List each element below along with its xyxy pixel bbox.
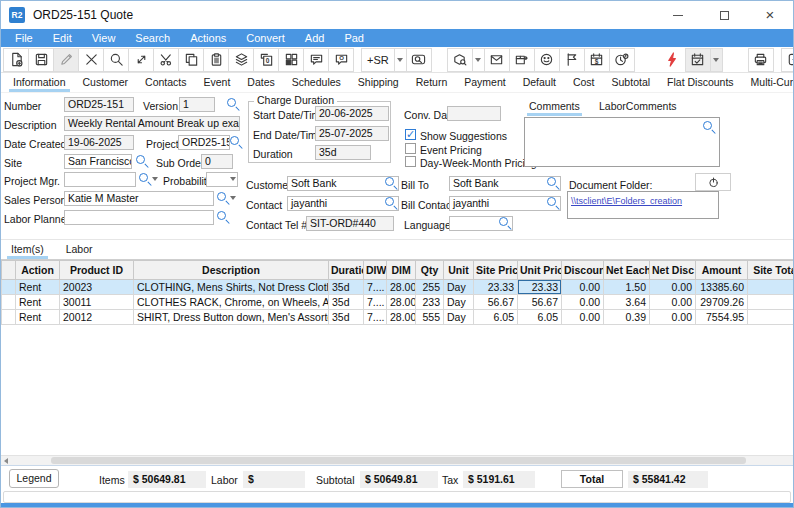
minimize-button[interactable] — [655, 1, 701, 29]
cell-description[interactable]: CLOTHING, Mens Shirts, Not Dress Clothes — [134, 280, 329, 295]
print-button[interactable] — [748, 48, 774, 72]
row-selector-cell[interactable] — [2, 280, 16, 295]
comments-search-icon[interactable] — [703, 121, 712, 130]
probability-dropdown-icon[interactable] — [230, 177, 236, 181]
add-sr-button[interactable]: +SR — [361, 48, 395, 72]
scroll-left-arrow-icon[interactable] — [4, 458, 8, 464]
cell-site-price[interactable]: 6.05 — [474, 310, 518, 325]
tab-comments[interactable]: Comments — [529, 100, 580, 112]
schedule-dropdown[interactable] — [710, 48, 723, 72]
sales-person-search-icon[interactable] — [217, 192, 226, 201]
contact-tel-field[interactable]: SIT-ORD#440 — [306, 216, 394, 231]
layout-button[interactable] — [278, 48, 304, 72]
sales-person-dropdown-icon[interactable] — [230, 196, 236, 200]
col-amount[interactable]: Amount — [696, 261, 748, 280]
new-button[interactable] — [3, 48, 29, 72]
version-field[interactable]: 1 — [179, 97, 215, 112]
cell-net-disc[interactable]: 0.00 — [650, 280, 696, 295]
cell-net-each[interactable]: 0.39 — [604, 310, 650, 325]
cell-dim[interactable]: 28.00 — [387, 295, 416, 310]
project-mgr-dropdown-icon[interactable] — [152, 177, 158, 181]
cell-unit-price[interactable]: 56.67 — [518, 295, 562, 310]
tab-payment[interactable]: Payment — [464, 73, 505, 92]
cell-discount[interactable]: 0.00 — [562, 295, 604, 310]
cell-action[interactable]: Rent — [16, 280, 60, 295]
tab-customer[interactable]: Customer — [83, 73, 129, 92]
cell-unit-price-selected[interactable]: 23.33 — [518, 280, 562, 295]
version-search-icon[interactable] — [227, 98, 236, 107]
contact-field[interactable]: jayanthi — [287, 196, 399, 211]
cell-action[interactable]: Rent — [16, 310, 60, 325]
col-site-price[interactable]: Site Price — [474, 261, 518, 280]
document-folder-link[interactable]: \\tsclient\E\Folders_creation — [571, 196, 682, 206]
preview-button[interactable] — [406, 48, 432, 72]
tab-dates[interactable]: Dates — [247, 73, 274, 92]
tab-items[interactable]: Item(s) — [11, 240, 44, 259]
col-unit-price[interactable]: Unit Price — [518, 261, 562, 280]
tab-flat-discounts[interactable]: Flat Discounts — [667, 73, 734, 92]
cell-product-id[interactable]: 30011 — [60, 295, 134, 310]
start-date-field[interactable]: 20-06-2025 — [315, 106, 389, 121]
tab-schedules[interactable]: Schedules — [292, 73, 341, 92]
menu-actions[interactable]: Actions — [180, 32, 236, 44]
billing-button[interactable]: $ — [584, 48, 610, 72]
cell-description[interactable]: SHIRT, Dress Button down, Men's Assorted… — [134, 310, 329, 325]
col-qty[interactable]: Qty — [416, 261, 444, 280]
number-field[interactable]: ORD25-151 — [64, 97, 134, 112]
conv-date-field[interactable] — [447, 106, 501, 121]
col-net-disc[interactable]: Net Disc — [650, 261, 696, 280]
delete-button[interactable] — [78, 48, 104, 72]
row-selector-cell[interactable] — [2, 295, 16, 310]
cell-diw[interactable]: 7.... — [364, 280, 387, 295]
ship-button[interactable] — [509, 48, 535, 72]
cell-unit[interactable]: Day — [444, 295, 474, 310]
cell-duration[interactable]: 35d — [329, 280, 364, 295]
tab-shipping[interactable]: Shipping — [358, 73, 399, 92]
bill-contact-search-icon[interactable] — [547, 197, 556, 206]
mail-button[interactable] — [484, 48, 510, 72]
contact-search-icon[interactable] — [385, 197, 394, 206]
horizontal-scrollbar[interactable] — [1, 455, 793, 465]
cell-description[interactable]: CLOTHES RACK, Chrome, on Wheels, Adj Hei… — [134, 295, 329, 310]
tab-information[interactable]: Information — [13, 73, 66, 92]
end-date-field[interactable]: 25-07-2025 — [315, 126, 389, 141]
cell-unit-price[interactable]: 6.05 — [518, 310, 562, 325]
sales-person-field[interactable]: Katie M Master — [64, 191, 214, 206]
description-field[interactable]: Weekly Rental Amount Break up example Or… — [64, 116, 240, 131]
cell-net-disc[interactable]: 0.00 — [650, 295, 696, 310]
cell-net-disc[interactable]: 0.00 — [650, 310, 696, 325]
maximize-button[interactable] — [701, 1, 747, 29]
table-row[interactable]: Rent 20012 SHIRT, Dress Button down, Men… — [2, 310, 794, 325]
cell-net-each[interactable]: 3.64 — [604, 295, 650, 310]
expand-button[interactable] — [128, 48, 154, 72]
cell-discount[interactable]: 0.00 — [562, 280, 604, 295]
menu-view[interactable]: View — [82, 32, 126, 44]
project-field[interactable]: ORD25-151 — [178, 135, 230, 150]
tab-labor-comments[interactable]: LaborComments — [599, 100, 677, 112]
col-unit[interactable]: Unit — [444, 261, 474, 280]
col-discount[interactable]: Discount — [562, 261, 604, 280]
table-row[interactable]: Rent 30011 CLOTHES RACK, Chrome, on Whee… — [2, 295, 794, 310]
item-search-button[interactable] — [447, 48, 473, 72]
menu-file[interactable]: File — [5, 32, 43, 44]
copy-button[interactable] — [178, 48, 204, 72]
quick-action-button[interactable] — [660, 48, 686, 72]
copy-count-button[interactable]: 0 — [253, 48, 279, 72]
event-pricing-checkbox[interactable] — [405, 143, 416, 154]
edit-button[interactable] — [53, 48, 79, 72]
cell-qty[interactable]: 233 — [416, 295, 444, 310]
menu-convert[interactable]: Convert — [236, 32, 295, 44]
cell-duration[interactable]: 35d — [329, 310, 364, 325]
comments-textarea[interactable] — [524, 117, 720, 167]
menu-edit[interactable]: Edit — [43, 32, 82, 44]
customer-field[interactable]: Soft Bank — [287, 176, 399, 191]
cell-unit[interactable]: Day — [444, 310, 474, 325]
close-button[interactable] — [747, 1, 793, 29]
cell-discount[interactable]: 0.00 — [562, 310, 604, 325]
cell-diw[interactable]: 7.... — [364, 310, 387, 325]
cell-site-total-cost[interactable]: 0.00 — [748, 295, 794, 310]
sub-orders-field[interactable]: 0 — [201, 154, 233, 169]
site-field[interactable]: San Francisco23 — [64, 154, 132, 169]
exit-button[interactable] — [781, 48, 794, 72]
cell-product-id[interactable]: 20023 — [60, 280, 134, 295]
